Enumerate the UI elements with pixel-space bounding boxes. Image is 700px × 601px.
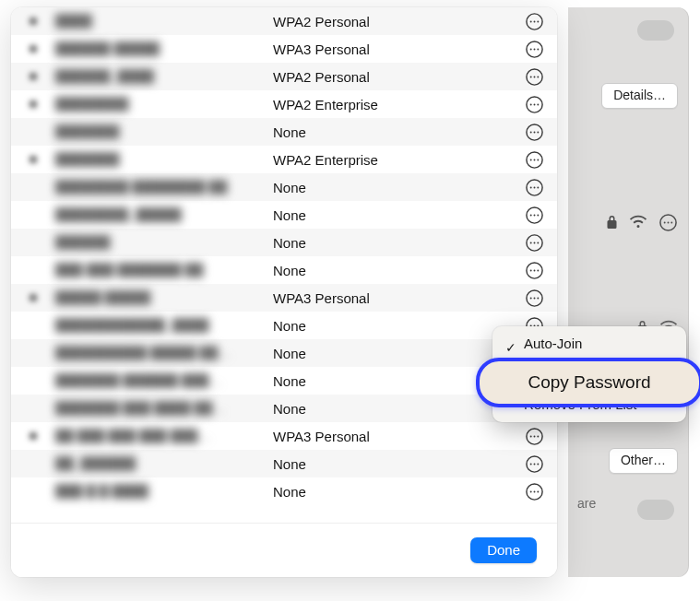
- menu-auto-join[interactable]: ✓ Auto-Join: [498, 332, 681, 356]
- ellipsis-icon[interactable]: [525, 150, 544, 170]
- svg-point-29: [530, 186, 532, 188]
- table-row[interactable]: ███ ███ ███████ ██None: [11, 256, 557, 284]
- ellipsis-icon[interactable]: [658, 213, 678, 232]
- table-row[interactable]: ██████████ █████ ██…None: [11, 339, 557, 367]
- network-name: ██_██████: [55, 456, 273, 471]
- join-indicator-icon: [30, 156, 37, 163]
- svg-point-6: [534, 20, 536, 22]
- details-button[interactable]: Details…: [601, 83, 678, 109]
- ellipsis-icon[interactable]: [525, 123, 544, 142]
- table-row[interactable]: ██_██████None: [11, 450, 557, 477]
- network-name: ███ █ █ ████: [55, 484, 273, 499]
- ellipsis-icon[interactable]: [525, 482, 544, 501]
- svg-point-34: [534, 214, 536, 216]
- svg-point-17: [530, 103, 532, 105]
- svg-point-15: [537, 76, 539, 77]
- network-security: WPA3 Personal: [273, 290, 525, 306]
- svg-point-7: [537, 20, 539, 22]
- table-row[interactable]: ████████ ████████ ██None: [11, 173, 557, 201]
- network-name: ██ ███ ███ ███ ███…: [55, 429, 273, 443]
- table-row[interactable]: ██ ███ ███ ███ ███…WPA3 Personal: [11, 422, 557, 450]
- svg-point-19: [537, 103, 539, 105]
- table-row[interactable]: ██████None: [11, 229, 557, 256]
- network-security: None: [273, 484, 525, 500]
- network-security: WPA2 Personal: [273, 14, 525, 29]
- svg-point-33: [530, 214, 532, 216]
- table-row[interactable]: ████████_█████None: [11, 201, 557, 229]
- wifi-icon: [629, 213, 647, 231]
- table-row[interactable]: ████████WPA2 Enterprise: [11, 90, 557, 118]
- ellipsis-icon[interactable]: [525, 233, 544, 253]
- svg-point-35: [537, 214, 539, 216]
- ellipsis-icon[interactable]: [525, 67, 544, 87]
- done-button[interactable]: Done: [470, 537, 537, 563]
- svg-point-75: [537, 490, 539, 492]
- svg-point-21: [530, 131, 532, 133]
- network-name: ███████ ██████ ███…: [55, 373, 273, 388]
- ellipsis-icon[interactable]: [525, 178, 544, 197]
- network-security: None: [273, 318, 525, 334]
- background-sidebar: Details… Other… are: [568, 7, 689, 577]
- network-name: ████: [55, 14, 273, 29]
- network-name: ████████ ████████ ██: [55, 180, 273, 194]
- svg-point-26: [534, 159, 536, 160]
- svg-point-69: [530, 463, 532, 465]
- ellipsis-icon[interactable]: [525, 289, 544, 308]
- ellipsis-icon[interactable]: [525, 261, 544, 280]
- table-row[interactable]: █████ █████WPA3 Personal: [11, 284, 557, 312]
- table-row[interactable]: ██████ █████WPA3 Personal: [11, 35, 557, 63]
- network-security: None: [273, 124, 525, 140]
- network-security: None: [273, 180, 525, 195]
- wifi-master-toggle[interactable]: [637, 20, 674, 41]
- svg-point-67: [537, 435, 539, 437]
- sheet-footer: Done: [11, 523, 557, 577]
- network-security: WPA3 Personal: [273, 41, 525, 57]
- ellipsis-icon[interactable]: [525, 454, 544, 474]
- svg-point-39: [537, 242, 539, 243]
- join-indicator-icon: [30, 18, 37, 25]
- network-security: None: [273, 263, 525, 278]
- ellipsis-icon[interactable]: [525, 40, 544, 59]
- table-row[interactable]: ████████████_████None: [11, 312, 557, 339]
- table-row[interactable]: ██████_████WPA2 Personal: [11, 63, 557, 90]
- table-row[interactable]: ████WPA2 Personal: [11, 7, 557, 35]
- checkmark-icon: ✓: [505, 336, 516, 359]
- ask-to-join-toggle[interactable]: [637, 500, 674, 520]
- network-security: WPA2 Enterprise: [273, 152, 525, 168]
- svg-point-1: [664, 221, 666, 223]
- join-indicator-icon: [30, 100, 37, 108]
- network-security: None: [273, 207, 525, 223]
- network-name: ██████: [55, 235, 273, 250]
- ellipsis-icon[interactable]: [525, 206, 544, 225]
- join-indicator-icon: [30, 45, 37, 53]
- table-row[interactable]: ███ █ █ ████None: [11, 477, 557, 505]
- join-indicator-icon: [30, 432, 37, 440]
- network-name: ███████: [55, 152, 273, 167]
- svg-point-23: [537, 131, 539, 133]
- svg-point-22: [534, 131, 536, 133]
- table-row[interactable]: ███████ ███ ████ ██…None: [11, 395, 557, 422]
- network-name: █████ █████: [55, 290, 273, 305]
- network-name: ███████ ███ ████ ██…: [55, 401, 273, 416]
- ellipsis-icon[interactable]: [525, 12, 544, 31]
- menu-copy-password[interactable]: Copy Password: [476, 358, 700, 407]
- table-row[interactable]: ███████None: [11, 118, 557, 146]
- svg-point-10: [534, 48, 536, 50]
- known-networks-sheet: ████WPA2 Personal██████ █████WPA3 Person…: [11, 7, 557, 577]
- table-row[interactable]: ███████WPA2 Enterprise: [11, 146, 557, 173]
- network-name: ███ ███ ███████ ██: [55, 263, 273, 277]
- svg-point-18: [534, 103, 536, 105]
- other-network-button[interactable]: Other…: [609, 448, 678, 474]
- menu-item-label: Copy Password: [528, 372, 650, 393]
- network-list[interactable]: ████WPA2 Personal██████ █████WPA3 Person…: [11, 7, 557, 522]
- network-name: ██████████ █████ ██…: [55, 346, 273, 360]
- network-security: None: [273, 456, 525, 472]
- ellipsis-icon[interactable]: [525, 95, 544, 114]
- ellipsis-icon[interactable]: [525, 427, 544, 446]
- svg-point-37: [530, 242, 532, 243]
- network-security: WPA3 Personal: [273, 429, 525, 444]
- network-name: ████████████_████: [55, 318, 273, 333]
- svg-point-27: [537, 159, 539, 160]
- join-indicator-icon: [30, 73, 37, 80]
- join-indicator-icon: [30, 294, 37, 301]
